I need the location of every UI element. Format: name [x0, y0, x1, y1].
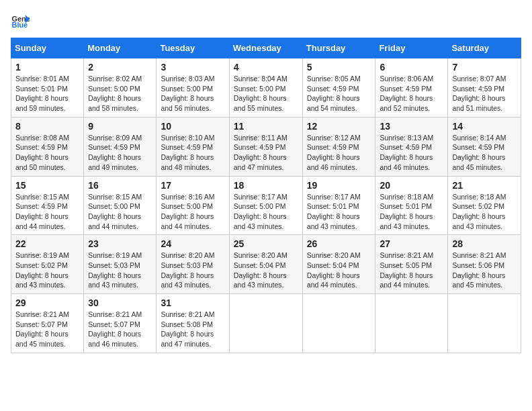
day-detail: Sunrise: 8:03 AMSunset: 5:00 PMDaylight:…: [161, 74, 224, 113]
calendar-cell: 27 Sunrise: 8:21 AMSunset: 5:05 PMDaylig…: [375, 235, 448, 294]
logo-icon: General Blue: [11, 11, 30, 30]
weekday-header-monday: Monday: [84, 38, 157, 58]
calendar-cell: 29 Sunrise: 8:21 AMSunset: 5:07 PMDaylig…: [11, 294, 84, 353]
calendar-cell: 13 Sunrise: 8:13 AMSunset: 4:59 PMDaylig…: [375, 117, 448, 176]
day-detail: Sunrise: 8:20 AMSunset: 5:03 PMDaylight:…: [161, 250, 224, 290]
calendar-week-3: 15 Sunrise: 8:15 AMSunset: 4:59 PMDaylig…: [11, 176, 521, 235]
day-detail: Sunrise: 8:12 AMSunset: 4:59 PMDaylight:…: [307, 133, 371, 173]
day-number: 1: [15, 62, 79, 73]
calendar-cell: 7 Sunrise: 8:07 AMSunset: 4:59 PMDayligh…: [448, 58, 521, 118]
calendar-cell: 1 Sunrise: 8:01 AMSunset: 5:01 PMDayligh…: [11, 58, 84, 118]
calendar-cell: 15 Sunrise: 8:15 AMSunset: 4:59 PMDaylig…: [11, 176, 84, 235]
logo: General Blue: [11, 11, 30, 30]
day-detail: Sunrise: 8:21 AMSunset: 5:05 PMDaylight:…: [380, 250, 443, 290]
day-detail: Sunrise: 8:20 AMSunset: 5:04 PMDaylight:…: [307, 250, 371, 290]
calendar-cell: 22 Sunrise: 8:19 AMSunset: 5:02 PMDaylig…: [11, 235, 84, 294]
calendar-week-5: 29 Sunrise: 8:21 AMSunset: 5:07 PMDaylig…: [11, 294, 521, 353]
day-detail: Sunrise: 8:15 AMSunset: 4:59 PMDaylight:…: [15, 192, 79, 232]
day-detail: Sunrise: 8:17 AMSunset: 5:00 PMDaylight:…: [234, 192, 298, 232]
day-detail: Sunrise: 8:01 AMSunset: 5:01 PMDaylight:…: [15, 74, 79, 113]
calendar-cell: 5 Sunrise: 8:05 AMSunset: 4:59 PMDayligh…: [302, 58, 375, 118]
day-number: 26: [307, 238, 371, 249]
day-detail: Sunrise: 8:18 AMSunset: 5:02 PMDaylight:…: [452, 192, 517, 232]
calendar-cell: 8 Sunrise: 8:08 AMSunset: 4:59 PMDayligh…: [11, 117, 84, 176]
day-number: 29: [15, 298, 79, 308]
calendar-week-1: 1 Sunrise: 8:01 AMSunset: 5:01 PMDayligh…: [11, 58, 521, 118]
day-detail: Sunrise: 8:20 AMSunset: 5:04 PMDaylight:…: [234, 250, 298, 290]
day-detail: Sunrise: 8:09 AMSunset: 4:59 PMDaylight:…: [88, 133, 152, 173]
day-number: 5: [307, 62, 371, 73]
day-number: 27: [380, 238, 443, 249]
day-number: 30: [88, 298, 152, 308]
day-detail: Sunrise: 8:21 AMSunset: 5:08 PMDaylight:…: [161, 310, 224, 349]
day-detail: Sunrise: 8:16 AMSunset: 5:00 PMDaylight:…: [161, 192, 224, 232]
day-number: 13: [380, 121, 443, 132]
day-number: 16: [88, 180, 152, 191]
calendar-cell: 18 Sunrise: 8:17 AMSunset: 5:00 PMDaylig…: [229, 176, 302, 235]
calendar-cell: 10 Sunrise: 8:10 AMSunset: 4:59 PMDaylig…: [157, 117, 229, 176]
header: General Blue: [11, 11, 521, 30]
calendar-cell: 19 Sunrise: 8:17 AMSunset: 5:01 PMDaylig…: [302, 176, 375, 235]
weekday-header-tuesday: Tuesday: [157, 38, 229, 58]
day-number: 14: [452, 121, 517, 132]
calendar-cell: 6 Sunrise: 8:06 AMSunset: 4:59 PMDayligh…: [375, 58, 448, 118]
day-detail: Sunrise: 8:10 AMSunset: 4:59 PMDaylight:…: [161, 133, 224, 173]
weekday-header-friday: Friday: [375, 38, 448, 58]
day-number: 20: [380, 180, 443, 191]
calendar-cell: 31 Sunrise: 8:21 AMSunset: 5:08 PMDaylig…: [157, 294, 229, 353]
day-detail: Sunrise: 8:21 AMSunset: 5:06 PMDaylight:…: [452, 250, 517, 290]
calendar-cell: 16 Sunrise: 8:15 AMSunset: 5:00 PMDaylig…: [84, 176, 157, 235]
day-detail: Sunrise: 8:15 AMSunset: 5:00 PMDaylight:…: [88, 192, 152, 232]
weekday-header-saturday: Saturday: [448, 38, 521, 58]
day-number: 7: [452, 62, 517, 73]
calendar-cell: 24 Sunrise: 8:20 AMSunset: 5:03 PMDaylig…: [157, 235, 229, 294]
day-number: 12: [307, 121, 371, 132]
day-number: 8: [15, 121, 79, 132]
day-detail: Sunrise: 8:14 AMSunset: 4:59 PMDaylight:…: [452, 133, 517, 173]
calendar-cell: 4 Sunrise: 8:04 AMSunset: 5:00 PMDayligh…: [229, 58, 302, 118]
day-number: 22: [15, 238, 79, 249]
calendar-cell: [229, 294, 302, 353]
calendar-week-2: 8 Sunrise: 8:08 AMSunset: 4:59 PMDayligh…: [11, 117, 521, 176]
day-detail: Sunrise: 8:02 AMSunset: 5:00 PMDaylight:…: [88, 74, 152, 113]
calendar-cell: 2 Sunrise: 8:02 AMSunset: 5:00 PMDayligh…: [84, 58, 157, 118]
day-detail: Sunrise: 8:17 AMSunset: 5:01 PMDaylight:…: [307, 192, 371, 232]
day-number: 4: [234, 62, 298, 73]
day-detail: Sunrise: 8:21 AMSunset: 5:07 PMDaylight:…: [88, 310, 152, 349]
day-number: 15: [15, 180, 79, 191]
weekday-header-wednesday: Wednesday: [229, 38, 302, 58]
calendar-cell: 20 Sunrise: 8:18 AMSunset: 5:01 PMDaylig…: [375, 176, 448, 235]
day-number: 31: [161, 298, 224, 308]
day-detail: Sunrise: 8:21 AMSunset: 5:07 PMDaylight:…: [15, 310, 79, 349]
day-number: 6: [380, 62, 443, 73]
calendar-cell: 12 Sunrise: 8:12 AMSunset: 4:59 PMDaylig…: [302, 117, 375, 176]
calendar: SundayMondayTuesdayWednesdayThursdayFrid…: [11, 38, 521, 353]
day-number: 10: [161, 121, 224, 132]
calendar-cell: [375, 294, 448, 353]
weekday-header-thursday: Thursday: [302, 38, 375, 58]
calendar-cell: 26 Sunrise: 8:20 AMSunset: 5:04 PMDaylig…: [302, 235, 375, 294]
day-detail: Sunrise: 8:08 AMSunset: 4:59 PMDaylight:…: [15, 133, 79, 173]
day-number: 25: [234, 238, 298, 249]
day-number: 19: [307, 180, 371, 191]
calendar-cell: 30 Sunrise: 8:21 AMSunset: 5:07 PMDaylig…: [84, 294, 157, 353]
day-detail: Sunrise: 8:18 AMSunset: 5:01 PMDaylight:…: [380, 192, 443, 232]
day-number: 18: [234, 180, 298, 191]
svg-text:Blue: Blue: [12, 21, 28, 29]
day-number: 3: [161, 62, 224, 73]
day-number: 24: [161, 238, 224, 249]
day-number: 21: [452, 180, 517, 191]
calendar-cell: 3 Sunrise: 8:03 AMSunset: 5:00 PMDayligh…: [157, 58, 229, 118]
day-number: 9: [88, 121, 152, 132]
calendar-cell: 28 Sunrise: 8:21 AMSunset: 5:06 PMDaylig…: [448, 235, 521, 294]
day-detail: Sunrise: 8:11 AMSunset: 4:59 PMDaylight:…: [234, 133, 298, 173]
day-number: 11: [234, 121, 298, 132]
calendar-cell: 21 Sunrise: 8:18 AMSunset: 5:02 PMDaylig…: [448, 176, 521, 235]
day-detail: Sunrise: 8:19 AMSunset: 5:02 PMDaylight:…: [15, 250, 79, 290]
day-detail: Sunrise: 8:19 AMSunset: 5:03 PMDaylight:…: [88, 250, 152, 290]
day-number: 2: [88, 62, 152, 73]
day-detail: Sunrise: 8:13 AMSunset: 4:59 PMDaylight:…: [380, 133, 443, 173]
day-detail: Sunrise: 8:06 AMSunset: 4:59 PMDaylight:…: [380, 74, 443, 113]
day-number: 28: [452, 238, 517, 249]
day-detail: Sunrise: 8:05 AMSunset: 4:59 PMDaylight:…: [307, 74, 371, 113]
